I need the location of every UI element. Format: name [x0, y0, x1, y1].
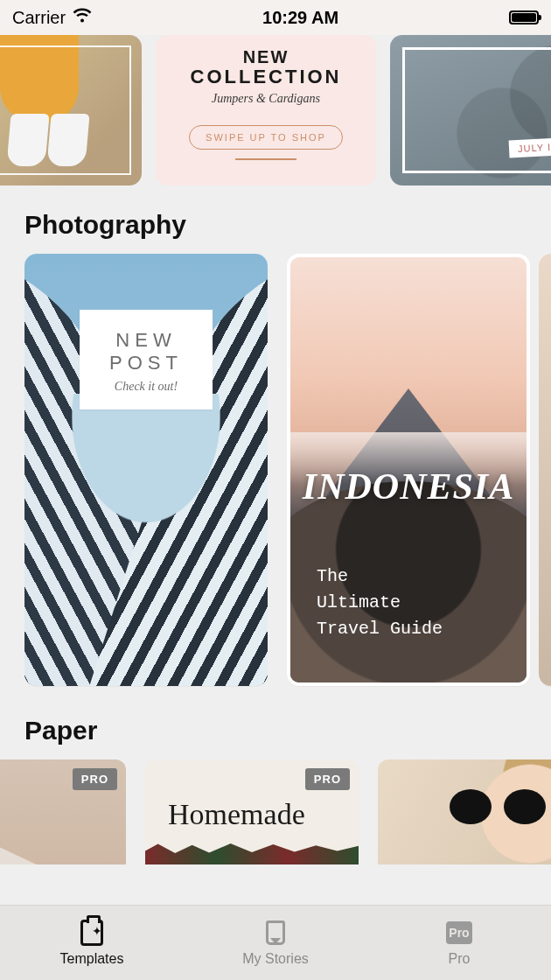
tab-pro[interactable]: Pro Pro: [367, 906, 551, 980]
battery-icon: [509, 10, 539, 24]
section-title-photography: Photography: [0, 201, 551, 254]
paper-row[interactable]: PRO new tutorial PRO Homemade: [0, 760, 551, 864]
templates-scroll[interactable]: utumn ection P TO SHOP NEW COLLECTION Ju…: [0, 35, 551, 905]
tab-templates[interactable]: ✦ Templates: [0, 906, 184, 980]
homemade-text: Homemade: [168, 798, 305, 831]
clock: 10:29 AM: [262, 8, 338, 28]
tab-label: My Stories: [242, 951, 309, 967]
photography-row[interactable]: NEW POST Check it out! INDONESIA The Ult…: [0, 254, 551, 707]
template-card-tutorial[interactable]: PRO new tutorial: [0, 760, 126, 864]
templates-icon: ✦: [79, 920, 105, 946]
template-card-autumn[interactable]: utumn ection P TO SHOP: [0, 35, 142, 186]
section-title-paper: Paper: [0, 707, 551, 760]
pro-icon: Pro: [446, 920, 472, 946]
tab-label: Templates: [60, 951, 124, 967]
newpost-subtitle: Check it out!: [109, 380, 183, 394]
template-card-peek[interactable]: [539, 254, 551, 686]
template-card-homemade[interactable]: PRO Homemade: [145, 760, 359, 864]
tab-my-stories[interactable]: My Stories: [184, 906, 367, 980]
template-card-newpost[interactable]: NEW POST Check it out!: [24, 254, 268, 686]
newpost-title: NEW POST: [109, 329, 183, 374]
template-label: JULY ISSUE: [509, 136, 551, 158]
carrier-label: Carrier: [12, 8, 66, 28]
template-title-line1: NEW: [243, 47, 289, 67]
status-bar: Carrier 10:29 AM: [0, 0, 551, 35]
indonesia-subtitle: The Ultimate Travel Guide: [317, 564, 443, 642]
tab-bar: ✦ Templates My Stories Pro Pro: [0, 905, 551, 980]
tab-label: Pro: [449, 951, 471, 967]
pro-badge: PRO: [305, 768, 350, 790]
template-card-indonesia[interactable]: INDONESIA The Ultimate Travel Guide: [287, 254, 530, 686]
template-title-line2: COLLECTION: [191, 66, 342, 88]
top-templates-row[interactable]: utumn ection P TO SHOP NEW COLLECTION Ju…: [0, 35, 551, 201]
sunglasses-icon: [450, 789, 546, 824]
pro-badge: PRO: [73, 768, 117, 790]
template-card-july[interactable]: JULY ISSUE: [390, 35, 551, 186]
wifi-icon: [73, 8, 92, 28]
template-card-collection[interactable]: NEW COLLECTION Jumpers & Cardigans SWIPE…: [156, 35, 376, 186]
bookmark-icon: [262, 920, 289, 946]
newpost-label-box: NEW POST Check it out!: [80, 310, 213, 410]
indonesia-title: INDONESIA: [290, 466, 527, 508]
template-card-portrait[interactable]: [378, 760, 551, 864]
template-subtitle: Jumpers & Cardigans: [212, 92, 320, 106]
swipe-cta: SWIPE UP TO SHOP: [189, 125, 343, 150]
